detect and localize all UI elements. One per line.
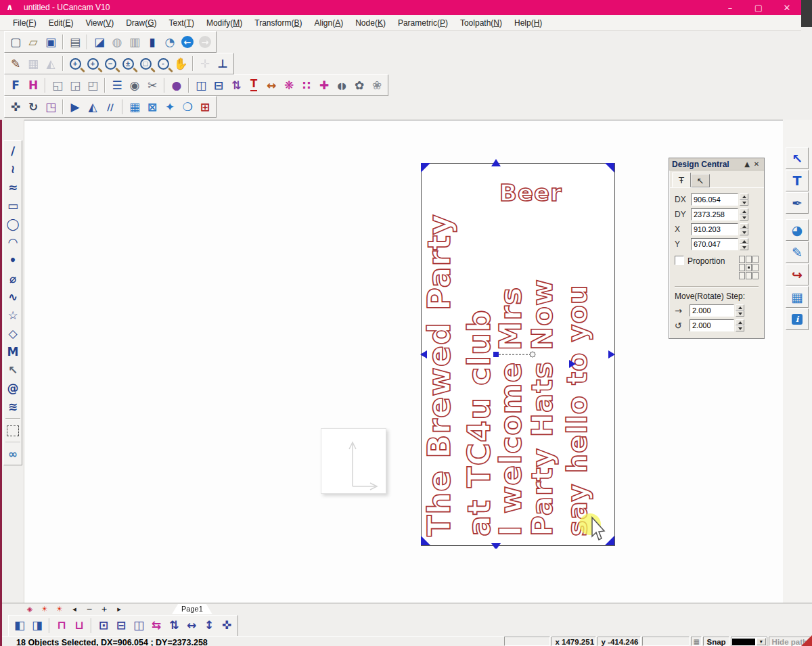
- x-spinner[interactable]: [740, 223, 748, 235]
- undo-button[interactable]: ←: [179, 33, 196, 51]
- center-in-page-button[interactable]: ⊡: [95, 617, 112, 635]
- line-width-button[interactable]: ☰: [108, 76, 126, 94]
- new-file-button[interactable]: ▢: [7, 33, 24, 51]
- y-input[interactable]: [691, 238, 738, 250]
- center-vertically-button[interactable]: ◫: [130, 617, 148, 635]
- pan-hand-button[interactable]: ✋: [172, 55, 189, 72]
- anchor-cell-2[interactable]: [752, 256, 759, 263]
- hint-balloon-button[interactable]: ◍: [108, 33, 126, 51]
- polygon-tool-button[interactable]: ◇: [4, 325, 22, 343]
- dx-input[interactable]: [691, 193, 738, 206]
- align-top-button[interactable]: ⊓: [53, 617, 70, 635]
- dy-spinner[interactable]: [740, 208, 748, 221]
- center-in-box-button[interactable]: ⊟: [210, 76, 227, 94]
- same-size-button[interactable]: ✜: [218, 617, 235, 635]
- text-horizontal-button[interactable]: H: [24, 76, 42, 94]
- menu-transform[interactable]: Transform(B): [248, 16, 308, 30]
- x-input[interactable]: [691, 223, 738, 235]
- oval-tool-button[interactable]: ⌀: [4, 270, 22, 288]
- anchor-point-selector[interactable]: [739, 256, 759, 279]
- anchor-cell-5[interactable]: [752, 264, 759, 271]
- copy-sheet-button[interactable]: ◲: [66, 76, 84, 94]
- perspective-grid-button[interactable]: ▦: [126, 98, 143, 116]
- star-tool-button[interactable]: ☆: [4, 306, 22, 325]
- capsule-shape-button[interactable]: ◖◗: [333, 76, 351, 94]
- page-tab[interactable]: Page1: [172, 604, 212, 614]
- close-button[interactable]: ✕: [773, 0, 801, 15]
- spline-tool-button[interactable]: ∿: [4, 288, 22, 306]
- rotate-tool-button[interactable]: ↻: [24, 98, 42, 116]
- free-distort-button[interactable]: ❍: [179, 98, 196, 116]
- node-edit-button[interactable]: ✒: [786, 192, 809, 214]
- menu-edit[interactable]: Edit(E): [43, 16, 80, 30]
- axis-origin-button[interactable]: ⊥: [214, 55, 231, 72]
- menu-help[interactable]: Help(H): [508, 16, 548, 30]
- prev-page-button[interactable]: ◂: [69, 605, 80, 613]
- menu-node[interactable]: Node(K): [349, 16, 392, 30]
- same-width-button[interactable]: ↔: [183, 617, 200, 635]
- menu-draw[interactable]: Draw(G): [120, 16, 162, 30]
- offset-sheet-button[interactable]: ◰: [84, 76, 102, 94]
- menu-text[interactable]: Text(T): [163, 16, 200, 30]
- zoom-dynamic-button[interactable]: ±: [119, 55, 137, 72]
- grid-icon[interactable]: ▦: [691, 637, 702, 646]
- tile-view-button[interactable]: ▦: [786, 286, 809, 308]
- mirror-horizontal-button[interactable]: ▶: [66, 98, 84, 116]
- info-button[interactable]: i: [786, 308, 809, 330]
- wave-tool-button[interactable]: ≋: [4, 398, 22, 416]
- text-tool-button[interactable]: T: [786, 170, 809, 191]
- zoom-in-button[interactable]: +: [84, 55, 102, 72]
- trim-shape-button[interactable]: ✂: [143, 76, 161, 94]
- sketch-page-button[interactable]: ✎: [786, 241, 809, 263]
- ellipse-tool-button[interactable]: ◯: [4, 215, 22, 233]
- add-page-button[interactable]: +: [99, 605, 110, 613]
- duplicate-tool-button[interactable]: ◳: [42, 98, 60, 116]
- render-sphere-button[interactable]: ●: [168, 76, 185, 94]
- equal-array-button[interactable]: ∷: [298, 76, 315, 94]
- flip-updown-button[interactable]: ⇅: [227, 76, 245, 94]
- save-file-button[interactable]: ▣: [42, 33, 60, 51]
- minimize-button[interactable]: –: [716, 0, 744, 15]
- point-tool-button[interactable]: •: [4, 252, 22, 270]
- weld-text-button[interactable]: F: [7, 76, 24, 94]
- view-design-button[interactable]: ◪: [91, 33, 108, 51]
- mesh-warp-button[interactable]: ⊞: [196, 98, 214, 116]
- maximize-button[interactable]: ▢: [744, 0, 773, 15]
- anchor-cell-1[interactable]: [746, 256, 752, 263]
- menu-file[interactable]: File(F): [7, 16, 43, 30]
- arc-tool-button[interactable]: ◠: [4, 233, 22, 252]
- next-page-button[interactable]: ▸: [114, 605, 125, 613]
- move-step-input[interactable]: [690, 304, 734, 317]
- line-tool-button[interactable]: ∕: [4, 142, 22, 160]
- collapse-button[interactable]: ▲: [742, 160, 752, 168]
- rotate-step-spinner[interactable]: [736, 319, 744, 331]
- snap-object-toggle-button[interactable]: ☀: [54, 605, 65, 613]
- menu-parametric[interactable]: Parametric(P): [392, 16, 454, 30]
- menu-view[interactable]: View(V): [79, 16, 120, 30]
- remove-page-button[interactable]: −: [84, 605, 95, 613]
- zoom-page-button[interactable]: □: [137, 55, 154, 72]
- anchor-cell-8[interactable]: [752, 272, 759, 279]
- shape-width-button[interactable]: ◉: [126, 76, 143, 94]
- close-panel-button[interactable]: ✕: [752, 160, 761, 168]
- proportion-checkbox[interactable]: [675, 256, 684, 265]
- spiral-tool-button[interactable]: @: [4, 379, 22, 398]
- zoom-window-button[interactable]: +: [66, 55, 84, 72]
- ruler-button[interactable]: ▮: [143, 33, 161, 51]
- align-right-button[interactable]: ◨: [28, 617, 46, 635]
- color-dropdown[interactable]: ▼: [731, 637, 767, 646]
- export-shape-button[interactable]: ↪: [786, 264, 809, 285]
- fit-width-button[interactable]: ↔: [263, 76, 280, 94]
- anchor-cell-4[interactable]: [746, 264, 752, 271]
- dx-spinner[interactable]: [740, 193, 748, 206]
- same-height-button[interactable]: ↕: [200, 617, 218, 635]
- selected-design[interactable]: The Brewed Partyat TC4u clubI welcome Mr…: [420, 158, 616, 549]
- snap-grid-toggle-button[interactable]: ☀: [39, 605, 50, 613]
- envelope-distort-button[interactable]: ⊠: [143, 98, 161, 116]
- anchor-cell-6[interactable]: [739, 272, 745, 279]
- space-down-button[interactable]: ⇅: [165, 617, 183, 635]
- dy-input[interactable]: [691, 208, 738, 221]
- rotate-step-input[interactable]: [690, 319, 734, 331]
- polyline-tool-button[interactable]: ≀: [4, 160, 22, 179]
- material-note-button[interactable]: ▥: [126, 33, 143, 51]
